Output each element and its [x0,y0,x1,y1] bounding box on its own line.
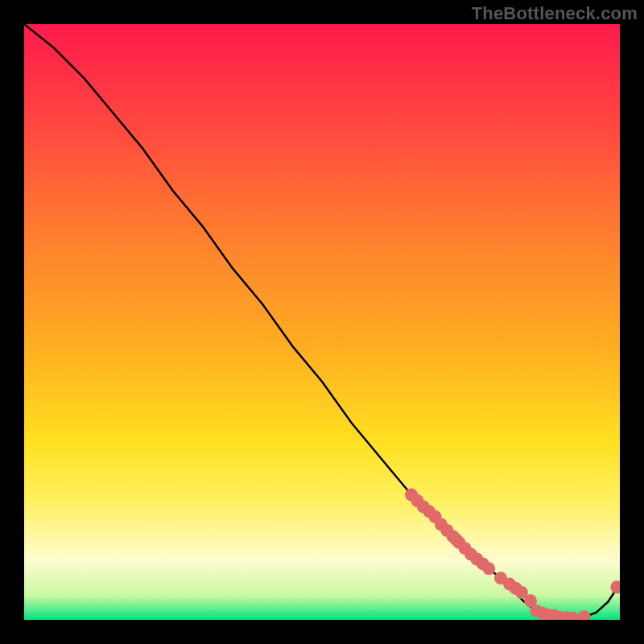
chart-frame: TheBottleneck.com [0,0,644,644]
curve-path [24,24,620,618]
bottleneck-curve-line [24,24,620,618]
curve-marker [610,580,620,593]
curve-marker [578,610,591,620]
highlighted-points-group [405,489,620,620]
chart-svg [24,24,620,620]
watermark-label: TheBottleneck.com [472,3,638,24]
plot-area [24,24,620,620]
curve-marker [482,562,495,575]
